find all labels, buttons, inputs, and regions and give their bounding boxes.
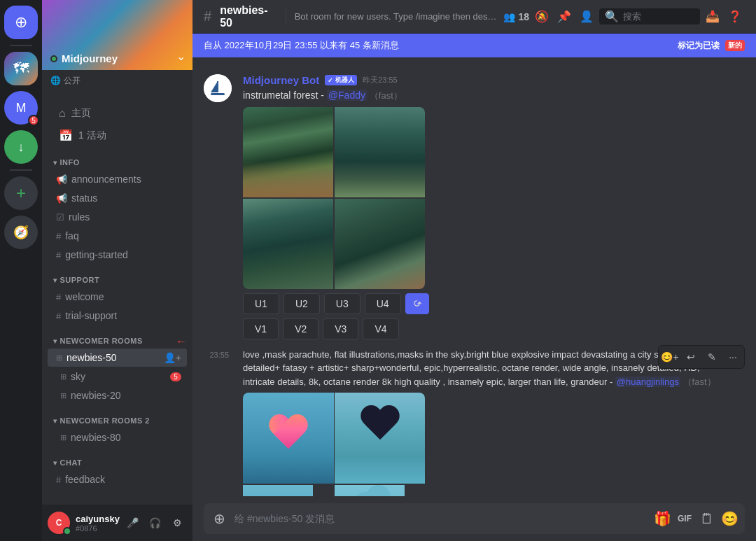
- upscale-buttons: U1 U2 U3 U4 ↺: [243, 293, 745, 314]
- channel-status[interactable]: 📢 status: [48, 189, 187, 207]
- refresh-button[interactable]: ↺: [405, 293, 429, 314]
- hash-icon-3: #: [56, 292, 61, 302]
- message-1-content: Midjourney Bot ✓ 机器人 昨天23:55 instrumetal…: [243, 74, 745, 339]
- hash-icon: #: [56, 231, 61, 241]
- server-name: Midjourney: [50, 52, 118, 64]
- channel-feedback[interactable]: # feedback: [48, 470, 187, 489]
- variation-4-button[interactable]: V4: [363, 318, 398, 339]
- channel-label: welcome: [65, 291, 104, 302]
- mark-as-read-button[interactable]: 标记为已读: [678, 40, 720, 52]
- search-box[interactable]: 🔍: [599, 8, 700, 24]
- gift-icon[interactable]: 🎁: [652, 509, 672, 528]
- svg-rect-2: [211, 93, 225, 95]
- variation-2-button[interactable]: V2: [283, 318, 318, 339]
- channel-newbies-20[interactable]: ⊞ newbies-20: [48, 386, 187, 405]
- variation-buttons: V1 V2 V3 V4: [243, 318, 745, 339]
- section-info[interactable]: INFO: [42, 147, 192, 169]
- channel-sky[interactable]: ⊞ sky 5: [48, 367, 187, 386]
- emoji-icon[interactable]: 😊: [720, 509, 739, 528]
- sky-badge: 5: [170, 372, 181, 381]
- message-input[interactable]: [234, 507, 647, 530]
- balloon-image-2[interactable]: [335, 393, 425, 484]
- activity-label: 1 活动: [78, 129, 106, 142]
- message-author[interactable]: Midjourney Bot: [243, 74, 319, 86]
- help-icon[interactable]: ❓: [725, 7, 745, 27]
- balloon-image-1[interactable]: [243, 393, 334, 484]
- channel-announcements[interactable]: 📢 announcements: [48, 170, 187, 188]
- attach-icon[interactable]: ⊕: [209, 509, 229, 528]
- fast-tag-2: （fast）: [683, 377, 716, 387]
- online-indicator: [50, 55, 57, 62]
- section-newcomer-rooms-2[interactable]: NEWCOMER ROOMS 2: [42, 405, 192, 428]
- channel-newbies-50[interactable]: ⊞ newbies-50 👤+: [48, 349, 187, 367]
- user-avatar[interactable]: C: [48, 512, 70, 534]
- channel-faq[interactable]: # faq: [48, 227, 187, 245]
- forest-image-4[interactable]: [335, 199, 425, 289]
- message-hover-actions: 😊+ ↩ ✎ ···: [658, 345, 745, 369]
- settings-icon[interactable]: ⚙: [167, 513, 187, 533]
- gif-icon[interactable]: GIF: [675, 509, 694, 528]
- server-icon-midjourney[interactable]: 🗺: [4, 52, 38, 85]
- new-badge: 新的: [725, 40, 745, 51]
- upscale-2-button[interactable]: U2: [284, 293, 320, 314]
- channel-newbies-80[interactable]: ⊞ newbies-80: [48, 428, 187, 447]
- forest-image-3[interactable]: [243, 199, 333, 289]
- input-actions: 🎁 GIF 🗒 😊: [652, 509, 739, 528]
- server-icon-2[interactable]: M 5: [4, 91, 38, 125]
- add-reaction-button[interactable]: 😊+: [660, 347, 680, 367]
- sidebar-nav-home[interactable]: ⌂ 主页: [48, 103, 187, 124]
- message-timestamp: 23:55: [204, 348, 232, 496]
- channel-trial-support[interactable]: # trial-support: [48, 307, 187, 325]
- headphone-icon[interactable]: 🎧: [145, 513, 164, 533]
- thread-icon-3: ⊞: [60, 391, 66, 400]
- variation-3-button[interactable]: V3: [323, 318, 358, 339]
- home-label: 主页: [71, 107, 91, 120]
- upscale-3-button[interactable]: U3: [324, 293, 360, 314]
- sticker-icon[interactable]: 🗒: [697, 509, 717, 528]
- variation-1-button[interactable]: V1: [243, 318, 279, 339]
- upscale-1-button[interactable]: U1: [243, 293, 279, 314]
- add-member-header-icon[interactable]: 👤: [577, 7, 596, 27]
- checkmark-icon: ✓: [328, 77, 333, 84]
- icon-bar-divider-2: [10, 169, 32, 171]
- explore-servers-button[interactable]: 🧭: [4, 216, 38, 249]
- server-3-icon: ↓: [18, 140, 24, 155]
- reply-button[interactable]: ↩: [681, 347, 701, 367]
- thread-icon-4: ⊞: [60, 433, 66, 442]
- upscale-4-button[interactable]: U4: [365, 293, 401, 314]
- edit-message-button[interactable]: ✎: [702, 347, 722, 367]
- add-server-button[interactable]: +: [4, 176, 38, 210]
- inbox-icon[interactable]: 📥: [703, 7, 722, 27]
- sidebar-nav-activity[interactable]: 📅 1 活动: [48, 125, 187, 146]
- sidebar: Midjourney ⌄ 🌐 公开 ⌂ 主页 📅 1 活动 INFO 📢 ann…: [42, 0, 192, 541]
- balloon-image-grid: [243, 393, 425, 496]
- section-newcomer-rooms[interactable]: NEWCOMER ROOMS: [42, 325, 192, 348]
- mute-icon[interactable]: 🔕: [532, 7, 552, 27]
- more-options-button[interactable]: ···: [723, 347, 743, 367]
- server-menu-chevron[interactable]: ⌄: [176, 50, 186, 63]
- mention-huangjinlings[interactable]: @huangjinlings: [615, 377, 680, 387]
- server-icon-3[interactable]: ↓: [4, 130, 38, 164]
- member-icon: 👥: [503, 11, 515, 22]
- balloon-image-3[interactable]: [243, 485, 313, 496]
- section-newcomer-rooms-container: NEWCOMER ROOMS ←: [42, 325, 192, 348]
- channel-description: Bot room for new users. Type /imagine th…: [295, 11, 498, 22]
- section-chat[interactable]: CHAT: [42, 447, 192, 470]
- forest-image-2[interactable]: [335, 107, 425, 197]
- server-header[interactable]: Midjourney ⌄: [42, 0, 192, 70]
- channel-getting-started[interactable]: # getting-started: [48, 246, 187, 264]
- server-title-text: Midjourney: [62, 52, 118, 64]
- microphone-icon[interactable]: 🎤: [122, 513, 142, 533]
- add-member-icon[interactable]: 👤+: [164, 352, 181, 363]
- server-2-letter: M: [16, 101, 27, 115]
- forest-image-1[interactable]: [243, 107, 333, 197]
- search-input[interactable]: [623, 11, 694, 22]
- bot-avatar[interactable]: [204, 74, 232, 102]
- balloon-image-4[interactable]: [335, 485, 405, 496]
- pin-icon[interactable]: 📌: [554, 7, 574, 27]
- channel-welcome[interactable]: # welcome: [48, 288, 187, 306]
- section-support[interactable]: SUPPORT: [42, 265, 192, 287]
- channel-rules[interactable]: ☑ rules: [48, 208, 187, 226]
- discord-home-button[interactable]: ⊕: [4, 6, 38, 39]
- mention-faddy[interactable]: @Faddy: [327, 90, 367, 101]
